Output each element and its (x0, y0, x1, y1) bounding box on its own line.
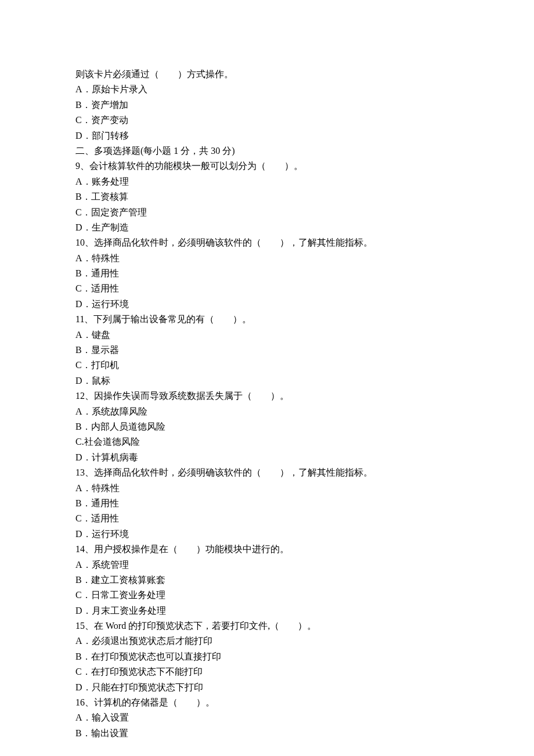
text-line: C．打印机 (75, 358, 459, 373)
text-line: C．在打印预览状态下不能打印 (75, 664, 459, 679)
text-line: D．鼠标 (75, 373, 459, 388)
text-line: A．系统管理 (75, 557, 459, 573)
text-line: 13、选择商品化软件时，必须明确该软件的（ ），了解其性能指标。 (75, 465, 459, 480)
document-body: 则该卡片必须通过（ ）方式操作。 A．原始卡片录入 B．资产增加 C．资产变动 … (75, 67, 459, 741)
text-line: B．在打印预览状态也可以直接打印 (75, 649, 459, 664)
text-line: 10、选择商品化软件时，必须明确该软件的（ ），了解其性能指标。 (75, 235, 459, 250)
text-line: B．通用性 (75, 266, 459, 281)
text-line: D．计算机病毒 (75, 450, 459, 465)
text-line: A．原始卡片录入 (75, 82, 459, 97)
text-line: C．日常工资业务处理 (75, 588, 459, 603)
text-line: A．必须退出预览状态后才能打印 (75, 633, 459, 649)
text-line: C.社会道德风险 (75, 434, 459, 449)
text-line: A．账务处理 (75, 174, 459, 189)
text-line: C．适用性 (75, 511, 459, 526)
text-line: D．运行环境 (75, 527, 459, 542)
text-line: D．运行环境 (75, 297, 459, 312)
text-line: A．输入设置 (75, 710, 459, 725)
text-line: 14、用户授权操作是在（ ）功能模块中进行的。 (75, 542, 459, 557)
text-line: B．建立工资核算账套 (75, 573, 459, 588)
text-line: B．输出设置 (75, 726, 459, 741)
text-line: B．通用性 (75, 496, 459, 511)
text-line: 11、下列属于输出设备常见的有（ ）。 (75, 312, 459, 327)
text-line: A．特殊性 (75, 251, 459, 266)
text-line: A．键盘 (75, 327, 459, 343)
text-line: 15、在 Word 的打印预览状态下，若要打印文件,（ ）。 (75, 618, 459, 633)
text-line: 二、多项选择题(每小题 1 分，共 30 分) (75, 143, 459, 159)
text-line: D．生产制造 (75, 220, 459, 235)
text-line: A．特殊性 (75, 481, 459, 496)
text-line: C．资产变动 (75, 113, 459, 128)
text-line: D．月末工资业务处理 (75, 603, 459, 618)
text-line: D．只能在打印预览状态下打印 (75, 680, 459, 695)
text-line: A．系统故障风险 (75, 404, 459, 419)
text-line: 则该卡片必须通过（ ）方式操作。 (75, 67, 459, 82)
text-line: B．显示器 (75, 343, 459, 358)
text-line: B．内部人员道德风险 (75, 419, 459, 434)
text-line: B．工资核算 (75, 189, 459, 204)
text-line: D．部门转移 (75, 128, 459, 143)
text-line: B．资产增加 (75, 98, 459, 113)
text-line: C．适用性 (75, 281, 459, 296)
text-line: C．固定资产管理 (75, 205, 459, 220)
text-line: 16、计算机的存储器是（ ）。 (75, 695, 459, 710)
text-line: 12、因操作失误而导致系统数据丢失属于（ ）。 (75, 388, 459, 404)
text-line: 9、会计核算软件的功能模块一般可以划分为（ ）。 (75, 159, 459, 174)
